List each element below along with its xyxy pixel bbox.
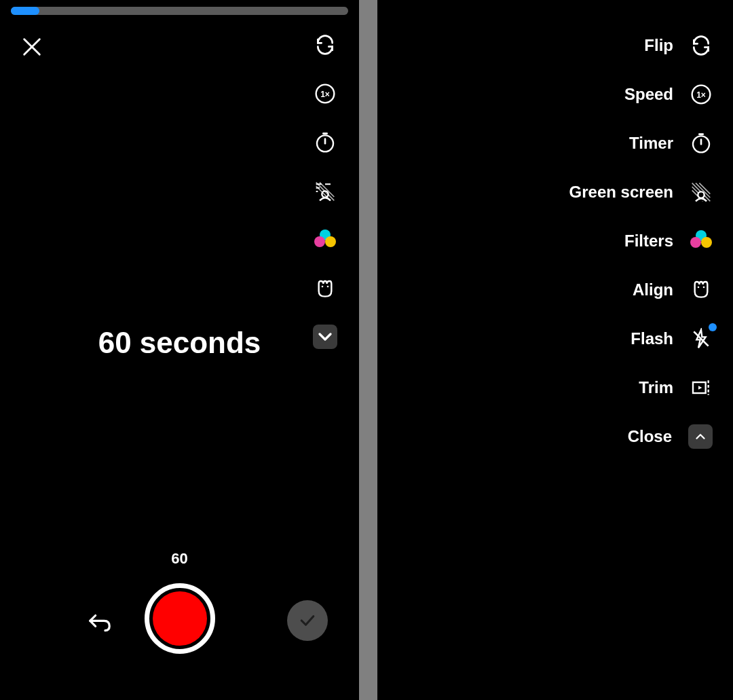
timer-button[interactable] — [314, 132, 336, 153]
close-button[interactable] — [20, 35, 43, 58]
flip-button[interactable] — [314, 34, 336, 56]
svg-point-15 — [703, 287, 705, 289]
filters-button[interactable] — [314, 229, 336, 251]
chevron-up-icon — [693, 429, 708, 444]
menu-label: Flip — [644, 36, 673, 55]
duration-selector[interactable]: 60 — [0, 550, 359, 568]
align-icon — [314, 278, 336, 300]
timer-icon — [314, 132, 336, 153]
menu-label: Timer — [629, 134, 673, 153]
check-icon — [297, 610, 318, 631]
menu-label: Filters — [624, 232, 673, 251]
menu-item-close[interactable]: Close — [569, 425, 713, 448]
green-screen-button[interactable] — [314, 181, 336, 202]
svg-point-14 — [698, 287, 700, 289]
svg-text:1×: 1× — [320, 90, 330, 99]
duration-label: 60 seconds — [0, 326, 359, 360]
recording-progress-track — [11, 7, 348, 15]
undo-button[interactable] — [87, 612, 113, 635]
recording-progress-fill — [11, 7, 39, 15]
menu-item-green-screen[interactable]: Green screen — [569, 181, 713, 204]
trim-icon — [690, 376, 713, 399]
svg-text:1×: 1× — [696, 90, 706, 100]
flip-icon — [690, 34, 713, 57]
record-inner — [153, 591, 207, 646]
green-screen-icon — [314, 181, 336, 202]
menu-item-align[interactable]: Align — [569, 278, 713, 301]
tool-column: 1× — [313, 34, 337, 349]
filters-icon — [314, 229, 336, 251]
flip-icon — [314, 34, 336, 56]
notification-dot — [709, 323, 717, 331]
tool-menu: Flip Speed 1× Timer — [569, 34, 713, 448]
record-button[interactable] — [145, 583, 215, 654]
speed-button[interactable]: 1× — [314, 83, 336, 105]
menu-label: Trim — [639, 378, 673, 397]
speed-icon: 1× — [690, 83, 713, 106]
svg-point-7 — [327, 286, 329, 288]
menu-label: Flash — [631, 329, 673, 348]
undo-icon — [87, 612, 113, 632]
timer-icon — [690, 132, 713, 155]
camera-screen-expanded: Flip Speed 1× Timer — [377, 0, 733, 700]
align-button[interactable] — [314, 278, 336, 300]
menu-label: Close — [628, 427, 672, 446]
close-icon — [20, 35, 43, 58]
speed-icon: 1× — [314, 83, 336, 105]
camera-screen-collapsed: 1× — [0, 0, 359, 700]
green-screen-icon — [690, 181, 713, 204]
menu-item-flip[interactable]: Flip — [569, 34, 713, 57]
confirm-button[interactable] — [287, 600, 328, 641]
menu-label: Green screen — [569, 183, 673, 202]
menu-item-timer[interactable]: Timer — [569, 132, 713, 155]
menu-label: Align — [633, 280, 673, 299]
menu-item-trim[interactable]: Trim — [569, 376, 713, 399]
flash-off-icon — [690, 327, 713, 350]
filters-icon — [690, 229, 713, 253]
collapse-tools-button[interactable] — [688, 424, 713, 449]
svg-point-13 — [698, 191, 704, 198]
menu-item-speed[interactable]: Speed 1× — [569, 83, 713, 106]
menu-item-flash[interactable]: Flash — [569, 327, 713, 350]
record-controls — [0, 583, 359, 658]
align-icon — [690, 278, 713, 301]
svg-point-6 — [322, 286, 324, 288]
menu-item-filters[interactable]: Filters — [569, 229, 713, 253]
menu-label: Speed — [624, 85, 673, 104]
